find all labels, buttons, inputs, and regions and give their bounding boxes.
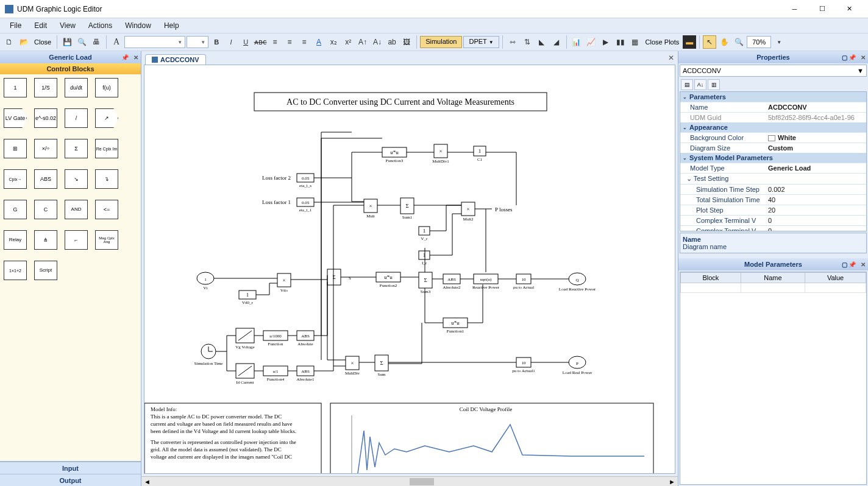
output-tab[interactable]: Output xyxy=(0,474,141,486)
menu-actions[interactable]: Actions xyxy=(82,19,118,32)
menu-window[interactable]: Window xyxy=(119,19,157,32)
pin-icon[interactable]: 📌 xyxy=(848,54,856,61)
palette-block[interactable]: Cplx→ xyxy=(4,169,27,189)
rotate-l-icon[interactable]: ◣ xyxy=(535,35,549,49)
palette-block[interactable]: C xyxy=(34,200,57,219)
play-icon[interactable]: ▶ xyxy=(599,35,613,49)
flip-h-icon[interactable]: ⇿ xyxy=(506,35,519,49)
model-params-table[interactable]: Block Name Value xyxy=(680,272,867,485)
close-plots-label[interactable]: Close Plots xyxy=(643,38,682,46)
tab-close-icon[interactable]: ✕ xyxy=(668,54,674,62)
palette-block[interactable]: AND xyxy=(65,200,88,219)
palette-block[interactable]: Σ xyxy=(65,139,88,158)
property-grid[interactable]: ⌄Parameters NameACDCCONV UDM Guid5bf82d5… xyxy=(680,91,867,231)
horizontal-scrollbar[interactable]: ◄► xyxy=(141,476,678,486)
zoom-dropdown-icon[interactable]: ▼ xyxy=(772,35,786,49)
menu-help[interactable]: Help xyxy=(158,19,185,32)
palette-block[interactable]: 1/S xyxy=(34,78,57,97)
panel-close-icon[interactable]: ✕ xyxy=(861,54,866,61)
pin-icon[interactable]: 📌 xyxy=(848,261,856,268)
superscript-icon[interactable]: x² xyxy=(341,35,355,49)
increase-font-icon[interactable]: A↑ xyxy=(356,35,369,49)
palette-block[interactable]: ↘ xyxy=(65,169,88,189)
col-name[interactable]: Name xyxy=(741,273,805,283)
tab-acdcconv[interactable]: ACDCCONV xyxy=(145,54,206,65)
decrease-font-icon[interactable]: A↓ xyxy=(371,35,384,49)
flip-v-icon[interactable]: ⇅ xyxy=(521,35,534,49)
palette-block[interactable]: ↴ xyxy=(95,169,118,189)
strike-icon[interactable]: ᴀʙᴄ xyxy=(254,35,267,49)
table-row[interactable] xyxy=(681,283,866,293)
categorize-icon[interactable]: ▤ xyxy=(681,79,693,90)
palette-block[interactable]: Script xyxy=(34,261,57,280)
pause-icon[interactable]: ▮▮ xyxy=(614,35,627,49)
italic-icon[interactable]: I xyxy=(224,35,238,49)
control-blocks-header[interactable]: Control Blocks xyxy=(0,63,141,74)
pages-icon[interactable]: ▥ xyxy=(708,79,720,90)
open-icon[interactable]: 📂 xyxy=(17,35,30,49)
palette-block[interactable]: ↗ xyxy=(95,108,118,128)
subscript-icon[interactable]: x₂ xyxy=(327,35,340,49)
palette-block[interactable]: G xyxy=(4,200,27,219)
pin-icon[interactable]: 📌 xyxy=(121,54,129,61)
input-tab[interactable]: Input xyxy=(0,462,141,474)
underline-icon[interactable]: U xyxy=(239,35,252,49)
palette-block[interactable]: 1 xyxy=(4,78,27,97)
minimize-button[interactable]: ─ xyxy=(781,1,808,18)
col-value[interactable]: Value xyxy=(805,273,866,283)
sort-icon[interactable]: A↓ xyxy=(694,79,706,90)
save-icon[interactable]: 💾 xyxy=(60,35,74,49)
plot1-icon[interactable]: 📊 xyxy=(570,35,583,49)
highlight-icon[interactable]: ab xyxy=(385,35,399,49)
panel-close-icon[interactable]: ✕ xyxy=(133,54,138,61)
menu-file[interactable]: File xyxy=(4,19,27,32)
palette-block[interactable]: ⋔ xyxy=(34,230,57,250)
preview-icon[interactable]: 🔍 xyxy=(75,35,88,49)
palette-block[interactable]: ⊞ xyxy=(4,139,27,158)
zoom-field[interactable] xyxy=(747,36,771,48)
align-left-icon[interactable]: ≡ xyxy=(268,35,282,49)
image-icon[interactable]: 🖼 xyxy=(400,35,413,49)
palette-block[interactable]: <= xyxy=(95,200,118,219)
palette-block[interactable]: ABS xyxy=(34,169,57,189)
bar-icon[interactable]: ▦ xyxy=(628,35,642,49)
panel-close-icon[interactable]: ✕ xyxy=(861,261,866,268)
palette-block[interactable]: ⌐ xyxy=(65,230,88,250)
rotate-r-icon[interactable]: ◢ xyxy=(550,35,563,49)
dpet-button[interactable]: DPET ▼ xyxy=(463,36,499,48)
new-icon[interactable]: 🗋 xyxy=(2,35,16,49)
object-selector[interactable]: ACDCCONV▼ xyxy=(680,65,867,77)
menu-view[interactable]: View xyxy=(54,19,82,32)
window-icon[interactable]: ▢ xyxy=(842,261,847,268)
window-icon[interactable]: ▢ xyxy=(842,54,847,61)
col-block[interactable]: Block xyxy=(681,273,741,283)
palette-block[interactable]: LV Gate xyxy=(4,108,27,128)
print-icon[interactable]: 🖶 xyxy=(90,35,103,49)
palette-block[interactable]: e^-s0.02 xyxy=(34,108,57,128)
diagram-canvas[interactable]: .bx{fill:#fff;stroke:#000;stroke-width:1… xyxy=(144,65,675,474)
pointer-icon[interactable]: ↖ xyxy=(703,35,716,49)
zoom-icon[interactable]: 🔍 xyxy=(732,35,745,49)
palette-block[interactable]: 1×1+2 xyxy=(4,261,27,280)
plot2-icon[interactable]: 📈 xyxy=(585,35,598,49)
palette-block[interactable]: ×/÷ xyxy=(34,139,57,158)
palette-block[interactable]: Relay xyxy=(4,230,27,250)
simulation-button[interactable]: Simulation xyxy=(420,36,462,48)
palette-block[interactable]: Mag Cplx Ang xyxy=(95,230,118,250)
align-right-icon[interactable]: ≡ xyxy=(297,35,311,49)
font-icon[interactable]: A xyxy=(110,35,123,49)
palette-block[interactable]: Re Cplx Im xyxy=(95,139,118,158)
screen-icon[interactable]: ▬ xyxy=(683,35,696,49)
font-size-select[interactable]: ▼ xyxy=(187,36,208,48)
close-button[interactable]: ✕ xyxy=(836,1,863,18)
palette-block[interactable]: f(u) xyxy=(95,78,118,97)
font-family-select[interactable]: ▼ xyxy=(124,36,185,48)
palette-block[interactable]: du/dt xyxy=(65,78,88,97)
menu-edit[interactable]: Edit xyxy=(28,19,53,32)
pan-icon[interactable]: ✋ xyxy=(717,35,731,49)
close-label[interactable]: Close xyxy=(32,38,54,46)
bold-icon[interactable]: B xyxy=(210,35,223,49)
font-color-icon[interactable]: A xyxy=(312,35,326,49)
align-center-icon[interactable]: ≡ xyxy=(283,35,296,49)
maximize-button[interactable]: ☐ xyxy=(808,1,836,18)
